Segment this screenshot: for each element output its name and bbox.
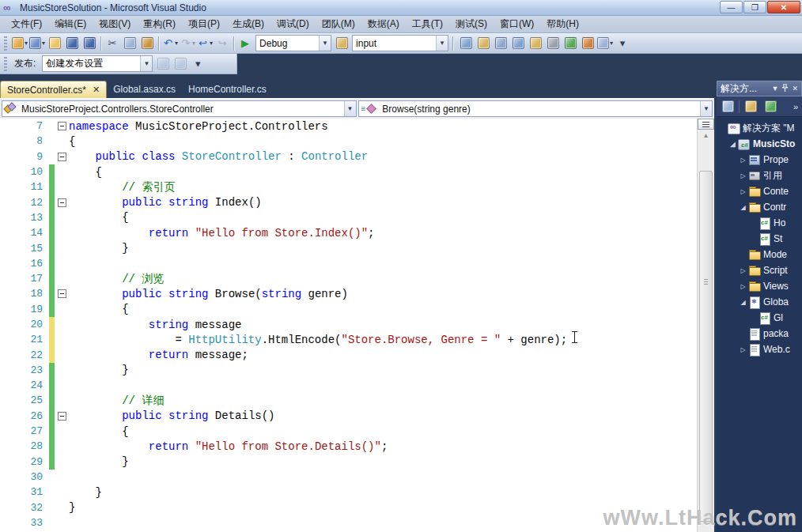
find-symbol-icon[interactable] (509, 35, 527, 52)
tree-item[interactable]: ◢Contr (717, 199, 802, 215)
close-panel-icon[interactable]: ✕ (792, 85, 798, 92)
toolbar-grip[interactable] (4, 57, 7, 71)
properties-icon[interactable] (719, 98, 736, 115)
collapsed-arrow-icon[interactable]: ▷ (739, 346, 747, 353)
fold-margin[interactable] (55, 198, 69, 207)
toolbar-options-overflow[interactable]: ▾ (614, 35, 631, 52)
collapsed-arrow-icon[interactable]: ▷ (739, 283, 747, 290)
tab-storecontroller-cs-[interactable]: StoreController.cs*✕ (0, 81, 107, 98)
quick-replace-icon[interactable] (475, 35, 492, 52)
scrollbar-thumb[interactable] (699, 171, 713, 522)
code-line[interactable]: 13 { (0, 210, 697, 225)
find-symbol-browse-icon[interactable] (333, 35, 350, 52)
menu-item[interactable]: 窗口(W) (494, 15, 540, 33)
code-line[interactable]: 14 return "Hello from Store.Index()"; (0, 225, 697, 240)
restore-button[interactable]: ❐ (743, 1, 766, 13)
code-line[interactable]: 20 string message (0, 317, 697, 332)
import-export-settings-icon[interactable] (562, 35, 579, 52)
chevron-down-icon[interactable]: ▼ (700, 101, 712, 116)
toolbar-grip[interactable] (4, 36, 7, 51)
fold-toggle-icon[interactable] (58, 289, 66, 298)
fold-margin[interactable] (55, 122, 69, 130)
collapsed-arrow-icon[interactable]: ▷ (739, 172, 747, 179)
chevron-down-icon[interactable]: ▾ (25, 40, 28, 47)
menu-item[interactable]: 数据(A) (361, 15, 406, 33)
menu-item[interactable]: 团队(M) (316, 15, 361, 33)
tree-item[interactable]: ▷Conte (717, 183, 802, 199)
publish-profile-combo[interactable]: 创建发布设置 ▼ (42, 55, 153, 72)
save-all-icon[interactable] (81, 35, 98, 52)
code-line[interactable]: 17 // 浏览 (0, 271, 697, 286)
tree-item[interactable]: packa (717, 326, 802, 341)
code-line[interactable]: 28 return "Hello from Store.Details()"; (0, 439, 697, 454)
menu-item[interactable]: 帮助(H) (540, 15, 585, 33)
chevron-down-icon[interactable]: ▼ (344, 101, 356, 116)
add-new-item-icon[interactable]: ▾ (28, 35, 46, 52)
collapsed-arrow-icon[interactable]: ▷ (739, 188, 747, 195)
code-line[interactable]: 15 } (0, 240, 697, 255)
code-line[interactable]: 22 return message; (0, 347, 697, 362)
refresh-icon[interactable] (762, 98, 779, 115)
save-icon[interactable] (63, 35, 81, 52)
close-tab-icon[interactable]: ✕ (93, 85, 100, 95)
members-dropdown[interactable]: ≡ Browse(string genre) ▼ (358, 100, 713, 117)
menu-item[interactable]: 文件(F) (5, 15, 48, 33)
chevron-down-icon[interactable]: ▼ (436, 36, 448, 51)
minimize-button[interactable]: — (720, 1, 743, 13)
fold-toggle-icon[interactable] (58, 198, 66, 207)
menu-item[interactable]: 重构(R) (137, 15, 182, 33)
cut-icon[interactable]: ✂ (104, 35, 121, 52)
code-line[interactable]: 16 (0, 256, 697, 271)
editor-splitter-handle[interactable] (698, 119, 714, 130)
chevron-down-icon[interactable]: ▼ (319, 36, 331, 51)
properties-window-icon[interactable] (492, 35, 509, 52)
copy-icon[interactable] (121, 35, 138, 52)
tree-item[interactable]: ▷Prope (717, 152, 802, 168)
collapsed-arrow-icon[interactable]: ▷ (739, 267, 747, 274)
tree-item[interactable]: Ho (717, 215, 802, 231)
code-line[interactable]: 25 // 详细 (0, 393, 697, 408)
code-line[interactable]: 27 { (0, 424, 697, 439)
code-line[interactable]: 7namespace MusicStoreProject.Controllers (0, 119, 697, 134)
code-line[interactable]: 18 public string Browse(string genre) (0, 286, 697, 301)
fold-margin[interactable] (55, 412, 69, 421)
chevron-down-icon[interactable]: ▾ (192, 40, 195, 47)
navigate-backward-icon[interactable]: ↩▾ (196, 35, 214, 52)
code-line[interactable]: 9 public class StoreController : Control… (0, 149, 697, 164)
paste-icon[interactable] (138, 35, 156, 52)
chevron-down-icon[interactable]: ▾ (210, 40, 213, 47)
search-input[interactable]: input ▼ (352, 35, 448, 51)
panel-overflow-icon[interactable]: » (793, 102, 798, 111)
tree-item[interactable]: Mode (717, 247, 802, 262)
chevron-down-icon[interactable]: ▾ (42, 40, 45, 47)
tree-item[interactable]: ◢MusicSto (717, 136, 802, 152)
code-line[interactable]: 21 = HttpUtility.HtmlEncode("Store.Brows… (0, 332, 697, 347)
code-line[interactable]: 11 // 索引页 (0, 179, 697, 194)
toolbar-options-overflow[interactable]: ▾ (189, 55, 206, 73)
code-line[interactable]: 8{ (0, 134, 697, 149)
code-line[interactable]: 33 (0, 515, 697, 530)
tree-item[interactable]: ▷Web.c (717, 341, 802, 357)
chevron-down-icon[interactable]: ▼ (140, 56, 152, 71)
start-debugging-icon[interactable]: ▶ (236, 35, 254, 52)
tree-item[interactable]: ▷Views (717, 278, 802, 294)
command-window-icon[interactable]: ▾ (596, 35, 614, 52)
menu-item[interactable]: 视图(V) (93, 15, 137, 33)
tree-item[interactable]: St (717, 231, 802, 247)
expanded-arrow-icon[interactable]: ◢ (739, 204, 747, 211)
tab-homecontroller-cs[interactable]: HomeController.cs (182, 81, 273, 98)
expanded-arrow-icon[interactable]: ◢ (728, 141, 737, 148)
extension-manager-icon[interactable] (579, 35, 596, 52)
code-line[interactable]: 29 } (0, 455, 697, 470)
menu-item[interactable]: 项目(P) (182, 15, 226, 33)
tree-item[interactable]: ◢Globa (717, 294, 802, 310)
code-line[interactable]: 19 { (0, 302, 697, 317)
tree-item[interactable]: Gl (717, 310, 802, 326)
open-file-icon[interactable] (46, 35, 63, 52)
menu-item[interactable]: 生成(B) (226, 15, 270, 33)
close-button[interactable]: ✕ (767, 1, 800, 13)
fold-margin[interactable] (55, 153, 69, 161)
fold-toggle-icon[interactable] (58, 412, 66, 421)
fold-toggle-icon[interactable] (58, 122, 66, 130)
collapsed-arrow-icon[interactable]: ▷ (739, 157, 747, 164)
